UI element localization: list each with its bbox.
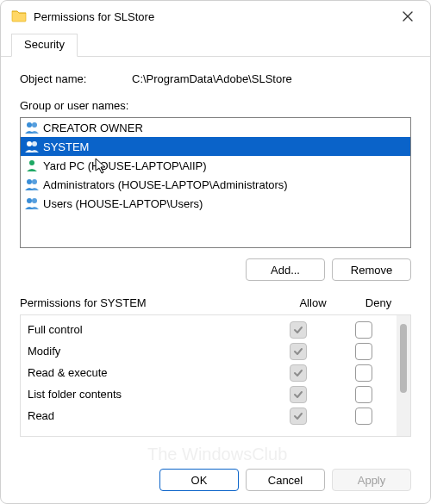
principal-item[interactable]: Administrators (HOUSE-LAPTOP\Administrat… — [21, 175, 410, 194]
svg-point-6 — [32, 179, 37, 184]
add-button[interactable]: Add... — [246, 258, 325, 281]
principal-label: SYSTEM — [43, 140, 89, 153]
checkbox[interactable] — [355, 408, 372, 425]
watermark: The WindowsClub — [147, 445, 287, 460]
permission-name: Read — [28, 409, 265, 422]
permission-row: Full control — [28, 319, 397, 340]
deny-header: Deny — [346, 296, 411, 309]
folder-icon — [11, 9, 27, 25]
principal-list[interactable]: CREATOR OWNERSYSTEMYard PC (HOUSE-LAPTOP… — [20, 117, 411, 248]
group-icon — [24, 196, 40, 210]
principal-item[interactable]: Users (HOUSE-LAPTOP\Users) — [21, 194, 410, 213]
principal-item[interactable]: SYSTEM — [21, 137, 410, 156]
principal-label: Users (HOUSE-LAPTOP\Users) — [43, 197, 203, 210]
checkbox[interactable] — [290, 386, 307, 403]
svg-point-2 — [27, 141, 32, 146]
principal-item[interactable]: CREATOR OWNER — [21, 118, 410, 137]
object-name-label: Object name: — [20, 72, 132, 85]
svg-point-0 — [27, 122, 32, 128]
object-name-value: C:\ProgramData\Adobe\SLStore — [132, 72, 411, 85]
remove-button[interactable]: Remove — [332, 258, 411, 281]
checkbox[interactable] — [290, 343, 307, 360]
deny-cell — [331, 408, 397, 425]
group-label: Group or user names: — [20, 99, 411, 112]
deny-cell — [331, 321, 397, 339]
permissions-dialog: Permissions for SLStore Security Object … — [0, 0, 431, 504]
checkbox[interactable] — [290, 321, 307, 339]
permission-row: List folder contents — [28, 383, 397, 405]
user-icon — [24, 159, 40, 172]
group-icon — [24, 140, 40, 153]
permission-row: Modify — [28, 340, 397, 362]
dialog-buttons: OK Cancel Apply — [1, 460, 430, 503]
dialog-title: Permissions for SLStore — [34, 10, 392, 23]
cancel-button[interactable]: Cancel — [246, 469, 325, 491]
ok-button[interactable]: OK — [159, 469, 239, 491]
checkbox[interactable] — [355, 386, 372, 403]
svg-point-1 — [32, 122, 37, 128]
deny-cell — [331, 364, 397, 382]
checkbox[interactable] — [355, 321, 372, 339]
principal-label: Yard PC (HOUSE-LAPTOP\AlIP) — [43, 159, 207, 172]
allow-cell — [265, 408, 331, 425]
permissions-header: Permissions for SYSTEM — [20, 296, 280, 309]
principal-label: Administrators (HOUSE-LAPTOP\Administrat… — [43, 178, 288, 191]
checkbox[interactable] — [290, 364, 307, 382]
allow-cell — [265, 364, 331, 382]
principal-label: CREATOR OWNER — [43, 121, 143, 134]
checkbox[interactable] — [290, 408, 307, 425]
permission-row: Read — [28, 405, 397, 426]
svg-point-7 — [27, 198, 32, 203]
permissions-box: Full controlModifyRead & executeList fol… — [20, 314, 411, 437]
tab-security[interactable]: Security — [11, 34, 78, 57]
permissions-scrollbar[interactable] — [397, 315, 410, 436]
apply-button[interactable]: Apply — [332, 469, 411, 491]
svg-point-8 — [32, 198, 37, 203]
allow-cell — [265, 321, 331, 339]
tab-strip: Security — [1, 32, 430, 57]
svg-point-5 — [27, 179, 32, 184]
close-button[interactable] — [392, 4, 423, 28]
svg-point-3 — [32, 141, 37, 146]
principal-item[interactable]: Yard PC (HOUSE-LAPTOP\AlIP) — [21, 156, 410, 175]
permission-name: Read & execute — [28, 366, 265, 379]
tab-body: Object name: C:\ProgramData\Adobe\SLStor… — [1, 57, 430, 460]
deny-cell — [331, 386, 397, 403]
permission-row: Read & execute — [28, 362, 397, 383]
allow-cell — [265, 343, 331, 360]
allow-header: Allow — [280, 296, 346, 309]
checkbox[interactable] — [355, 343, 372, 360]
allow-cell — [265, 386, 331, 403]
checkbox[interactable] — [355, 364, 372, 382]
group-icon — [24, 121, 40, 134]
svg-point-4 — [29, 160, 34, 165]
scrollbar-thumb[interactable] — [400, 324, 407, 393]
permission-name: List folder contents — [28, 388, 265, 401]
permission-name: Modify — [28, 345, 265, 358]
titlebar: Permissions for SLStore — [1, 1, 430, 32]
group-icon — [24, 177, 40, 191]
deny-cell — [331, 343, 397, 360]
permission-name: Full control — [28, 323, 265, 336]
